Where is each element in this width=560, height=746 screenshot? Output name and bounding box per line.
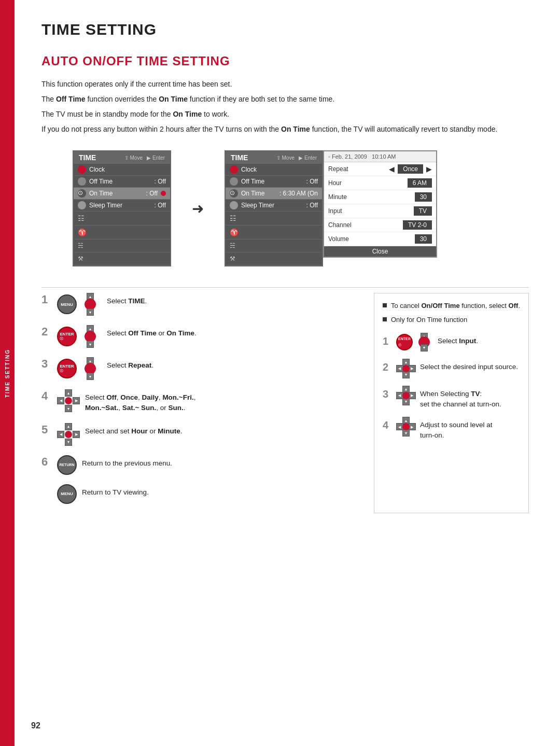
note-text-2: Only for On Time function bbox=[391, 315, 467, 326]
intro-line4: If you do not press any button within 2 … bbox=[41, 124, 529, 135]
menu2-offtime-icon bbox=[230, 177, 238, 186]
intro-on-time-bold3: On Time bbox=[281, 125, 310, 133]
step-4-nav-left[interactable]: ◀ bbox=[57, 397, 64, 404]
step-menu: MENU Return to TV viewing. bbox=[41, 484, 353, 504]
panel-hour-label: Hour bbox=[328, 179, 404, 187]
menu2-clock-icon bbox=[230, 165, 238, 174]
menu2-extra3-icon: ☵ bbox=[230, 242, 235, 249]
panel-repeat-value: Once bbox=[398, 164, 423, 174]
step-4-nav-right[interactable]: ▶ bbox=[73, 397, 80, 404]
step-3-enter-btn[interactable]: ENTER☉ bbox=[57, 359, 77, 378]
step-2-enter-btn[interactable]: ENTER☉ bbox=[57, 327, 77, 346]
step-5-icons: ▲ ▼ ◀ ▶ bbox=[57, 423, 80, 446]
step-1-nav-down[interactable]: ▼ bbox=[87, 308, 94, 316]
step-4: 4 ▲ ▼ ◀ ▶ Select Off, Once, Daily, Mon.~… bbox=[41, 389, 353, 414]
right-step-3-nav-down[interactable]: ▼ bbox=[402, 398, 410, 405]
right-step-4-nav-down[interactable]: ▼ bbox=[402, 429, 410, 437]
step-6-num: 6 bbox=[41, 456, 52, 468]
right-step-1-enter-btn[interactable]: ENTER☉ bbox=[396, 334, 413, 350]
menu1-extra1-icon: ☷ bbox=[78, 214, 85, 222]
menu1-nav-hint: ⇧ Move ▶ Enter bbox=[124, 155, 165, 161]
panel-repeat-left-arrow[interactable]: ◀ bbox=[389, 165, 395, 173]
menu2-row-extra4: ⚒ bbox=[226, 252, 322, 265]
menu1-row-extra4: ⚒ bbox=[74, 252, 170, 265]
panel-header: ◦ Feb. 21, 2009 10:10 AM bbox=[324, 151, 436, 162]
menu2-sleep-icon bbox=[230, 201, 238, 209]
step-menu-btn[interactable]: MENU bbox=[57, 484, 77, 504]
right-step-1-text: Select Input. bbox=[438, 333, 520, 346]
step-5-nav-right[interactable]: ▶ bbox=[73, 431, 80, 438]
menu1-row-ontime: ⊙ On Time : Off bbox=[74, 188, 170, 200]
panel-channel-value: TV 2-0 bbox=[403, 220, 432, 230]
step-1-menu-btn[interactable]: MENU bbox=[57, 294, 77, 314]
step-4-text: Select Off, Once, Daily, Mon.~Fri.,Mon.~… bbox=[85, 389, 353, 414]
panel-input-label: Input bbox=[328, 207, 411, 215]
right-step-2-nav-down[interactable]: ▼ bbox=[402, 371, 410, 378]
step-6-return-btn[interactable]: RETURN bbox=[57, 455, 77, 475]
menu2-nav-hint: ⇧ Move ▶ Enter bbox=[276, 155, 317, 161]
menu2-extra1-icon: ☷ bbox=[230, 214, 236, 222]
menu1-offtime-value: : Off bbox=[155, 178, 166, 185]
step-4-nav-up[interactable]: ▲ bbox=[65, 389, 72, 397]
intro-line1: This function operates only if the curre… bbox=[41, 79, 529, 90]
step-5-nav-down[interactable]: ▼ bbox=[65, 439, 72, 446]
step-1-icons: MENU ▲ ▼ bbox=[57, 293, 102, 316]
step-5-nav-up[interactable]: ▲ bbox=[65, 423, 72, 430]
step-menu-text: Return to TV viewing. bbox=[82, 484, 353, 498]
right-step-1-icons: ENTER☉ ▲ ▼ bbox=[396, 333, 433, 351]
panel-row-channel: Channel TV 2-0 bbox=[324, 218, 436, 232]
step-3-num: 3 bbox=[41, 358, 52, 370]
menu2-row-ontime: ⊙ On Time : 6:30 AM (On bbox=[226, 188, 322, 200]
right-step-1: 1 ENTER☉ ▲ ▼ Select Input. bbox=[383, 333, 520, 351]
right-step-3-nav-right[interactable]: ▶ bbox=[409, 392, 416, 399]
step-4-nav-down[interactable]: ▼ bbox=[65, 405, 72, 412]
sidebar-label: TIME SETTING bbox=[5, 349, 10, 398]
panel-close-button[interactable]: Close bbox=[324, 246, 436, 257]
menu2-title: TIME bbox=[231, 153, 248, 162]
step-4-nav-ctr bbox=[65, 397, 72, 404]
menu1-extra3-icon: ☵ bbox=[78, 242, 83, 249]
intro-off-time-bold: Off Time bbox=[56, 95, 86, 103]
step-5-nav-left[interactable]: ◀ bbox=[57, 431, 64, 438]
step-2-nav-down[interactable]: ▼ bbox=[87, 341, 94, 348]
menu1-sleep-icon bbox=[78, 201, 86, 209]
right-step-2-nav-right[interactable]: ▶ bbox=[409, 365, 416, 372]
menu1-ontime-icon: ⊙ bbox=[78, 189, 86, 198]
menu1-row-offtime: Off Time : Off bbox=[74, 176, 170, 188]
right-step-1-nav-ctrl: ▲ ▼ bbox=[415, 333, 433, 351]
step-menu-icons: MENU bbox=[57, 484, 77, 504]
menu1-extra2-icon: ♈ bbox=[78, 228, 87, 236]
right-step-4-lr-ctrl: ▲ ▼ ◀ ▶ bbox=[396, 417, 416, 437]
panel-repeat-right-arrow[interactable]: ▶ bbox=[426, 165, 432, 173]
intro-line3: The TV must be in standby mode for the O… bbox=[41, 109, 529, 120]
page-number: 92 bbox=[31, 721, 40, 730]
right-step-1-nav-down[interactable]: ▼ bbox=[421, 344, 428, 351]
menu1-extra4-icon: ⚒ bbox=[78, 255, 83, 262]
step-2-icons: ENTER☉ ▲ ▼ bbox=[57, 325, 102, 348]
step-5: 5 ▲ ▼ ◀ ▶ Select and set Hour or Minute. bbox=[41, 423, 353, 446]
menu2-row-sleep: Sleep Timer : Off bbox=[226, 200, 322, 212]
step-5-num: 5 bbox=[41, 424, 52, 435]
right-step-4-nav-right[interactable]: ▶ bbox=[409, 423, 416, 430]
page-title: TIME SETTING bbox=[41, 21, 529, 38]
menu2-row-offtime: Off Time : Off bbox=[226, 176, 322, 188]
menu2-row-extra2: ♈ bbox=[226, 226, 322, 240]
step-3-nav-down[interactable]: ▼ bbox=[87, 373, 94, 380]
step-6-text: Return to the previous menu. bbox=[82, 455, 353, 469]
menu2-offtime-label: Off Time bbox=[241, 178, 303, 185]
menu2-offtime-value: : Off bbox=[306, 178, 318, 185]
right-step-2-num: 2 bbox=[383, 359, 392, 375]
section-title: AUTO ON/OFF TIME SETTING bbox=[41, 54, 529, 68]
panel-date: Feb. 21, 2009 bbox=[332, 153, 367, 160]
panel-channel-label: Channel bbox=[328, 221, 400, 229]
step-3-text: Select Repeat. bbox=[107, 357, 353, 371]
right-step-3-lr-ctrl: ▲ ▼ ◀ ▶ bbox=[396, 386, 416, 405]
step-2-text: Select Off Time or On Time. bbox=[107, 325, 353, 339]
step-4-num: 4 bbox=[41, 390, 52, 402]
right-step-2: 2 ▲ ▼ ◀ ▶ Select the desired input sourc… bbox=[383, 359, 520, 378]
menu-box-1-header: TIME ⇧ Move ▶ Enter bbox=[74, 151, 170, 164]
sidebar-bar: TIME SETTING bbox=[0, 0, 15, 746]
panel-row-hour: Hour 6 AM bbox=[324, 176, 436, 190]
menu2-container: TIME ⇧ Move ▶ Enter Clock Off Time : Off… bbox=[225, 150, 437, 266]
right-steps: 1 ENTER☉ ▲ ▼ Select Input. 2 ▲ bbox=[383, 333, 520, 441]
